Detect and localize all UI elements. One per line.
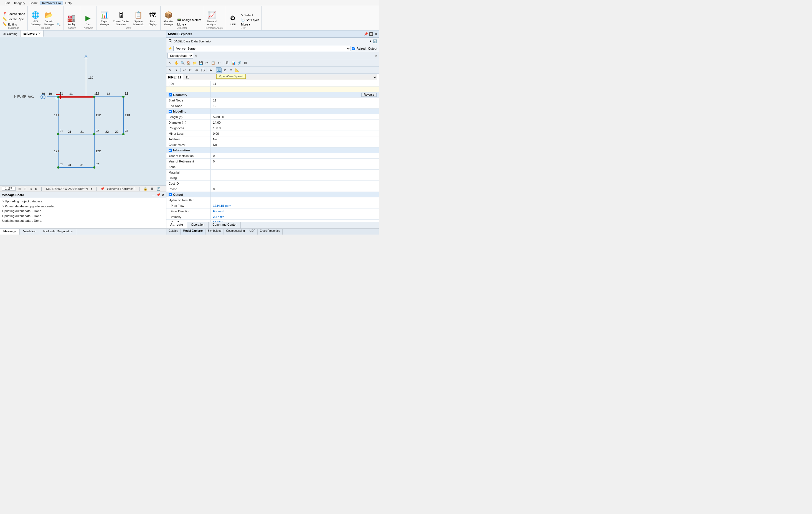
refresh-output-checkbox[interactable] <box>352 47 355 50</box>
minor-loss-input[interactable] <box>213 132 377 135</box>
description-input[interactable] <box>213 88 377 91</box>
me-pin-icon[interactable]: 📌 <box>364 32 368 36</box>
tool-chart[interactable]: 📊 <box>230 60 236 66</box>
bottom-panel-pin[interactable]: 📌 <box>156 193 161 197</box>
system-schematic-button[interactable]: 📋 SystemSchematic <box>132 10 145 27</box>
assign-meters-button[interactable]: 📟 Assign Meters <box>176 18 202 22</box>
more-udf-button[interactable]: More ▾ <box>240 23 260 27</box>
reverse-button[interactable]: Reverse <box>361 93 377 97</box>
tool-link[interactable]: ⛓ <box>224 60 230 66</box>
tool-copy[interactable]: 📋 <box>210 60 216 66</box>
scenario-refresh-icon[interactable]: 🔄 <box>373 39 377 43</box>
coordinates-display[interactable]: 136.1785020°W 25.9457895°N <box>46 187 88 190</box>
tool-misc1[interactable]: ⊘ <box>222 67 228 73</box>
bottom-panel-minimize[interactable]: — <box>152 193 155 197</box>
zoom-level[interactable]: 1:157 <box>2 187 16 191</box>
demand-analysis-button[interactable]: 📈 DemandAnalysis <box>206 10 218 27</box>
modeling-checkbox[interactable] <box>169 110 172 113</box>
me-restore-icon[interactable]: 🔲 <box>369 32 373 36</box>
coord-dropdown-icon[interactable]: ▾ <box>91 187 92 191</box>
report-manager-button[interactable]: 📊 ReportManager <box>98 10 111 27</box>
domain-search-button[interactable]: 🔍 <box>56 23 62 27</box>
menu-edit[interactable]: Edit <box>2 1 12 5</box>
roughness-input[interactable] <box>213 126 377 130</box>
prop-val-cost-id[interactable] <box>211 181 379 186</box>
map-area[interactable]: 110 11 11 12 12 21 21 22 22 31 <box>0 37 166 185</box>
right-panel-tab-model-explorer[interactable]: Model Explorer <box>180 229 205 235</box>
udf-button[interactable]: ⚙ UDF <box>227 13 239 27</box>
domain-manager-button[interactable]: 📂 DomainManager <box>43 10 55 27</box>
tool-arrow[interactable]: ↖ <box>168 67 173 73</box>
set-layer-button[interactable]: 📑 Set Layer <box>240 18 260 22</box>
length-input[interactable] <box>213 115 377 119</box>
tool-undo[interactable]: ↩ <box>216 60 222 66</box>
tool-misc3[interactable]: 📐 <box>234 67 240 73</box>
right-panel-tab-chart[interactable]: Chart Properties <box>258 229 283 235</box>
right-tab-operation[interactable]: Operation <box>187 222 208 229</box>
tool-pipe-wave[interactable]: 🌊 Pipe Wave Speed <box>216 67 222 73</box>
menu-imagery[interactable]: Imagery <box>12 1 27 5</box>
tab-layers[interactable]: 🗃 Layers ✕ <box>21 30 44 37</box>
tool-add[interactable]: ⊕ <box>194 67 199 73</box>
tool-grid[interactable]: ⊞ <box>243 60 248 66</box>
scenario-dropdown-icon[interactable]: ▾ <box>370 39 371 43</box>
facility-button[interactable]: 🏭 Facility <box>65 13 77 27</box>
menu-help[interactable]: Help <box>63 1 74 5</box>
prop-val-description[interactable] <box>211 87 379 92</box>
run-button[interactable]: ▶ Run <box>82 13 94 27</box>
cost-id-input[interactable] <box>213 182 377 185</box>
prop-val-minor-loss[interactable] <box>211 131 379 136</box>
tool-zoom-home[interactable]: 🏠 <box>186 60 191 66</box>
locate-pipe-button[interactable]: 📏 Locate Pipe <box>2 17 26 21</box>
editing-button[interactable]: ✏️ Editing <box>2 22 26 27</box>
me-close-icon[interactable]: ✕ <box>374 32 377 36</box>
tool-select[interactable]: ↖ <box>168 60 173 66</box>
prop-row-geometry-header[interactable]: Geometry Reverse <box>166 92 379 98</box>
allocation-manager-button[interactable]: 📦 AllocationManager <box>162 10 175 27</box>
tool-dropdown2[interactable]: ▾ <box>174 67 179 73</box>
prop-val-lining[interactable] <box>211 175 379 180</box>
prop-val-material[interactable] <box>211 170 379 175</box>
right-tab-command-center[interactable]: Command Center <box>208 222 241 229</box>
scroll-left-icon[interactable]: ◀ <box>195 54 197 57</box>
scroll-right-icon[interactable]: ▶ <box>376 54 378 57</box>
active-scenario-dropdown[interactable]: *Active*:Surge <box>173 46 351 51</box>
prop-val-zone[interactable] <box>211 164 379 170</box>
locate-node-button[interactable]: 📍 Locate Node <box>2 11 26 16</box>
gis-gateway-button[interactable]: 🌐 GISGateway <box>29 10 41 27</box>
select-button[interactable]: ↖ Select <box>240 13 260 17</box>
map-display-button[interactable]: 🗺 MapDisplay <box>146 10 158 27</box>
tool-pan[interactable]: ✋ <box>174 60 179 66</box>
tool-misc2[interactable]: ≡ <box>228 67 234 73</box>
layers-tab-close[interactable]: ✕ <box>38 32 40 35</box>
lining-input[interactable] <box>213 176 377 180</box>
material-input[interactable] <box>213 171 377 174</box>
tab-validation[interactable]: Validation <box>20 229 40 235</box>
pipe-id-select[interactable]: 11 <box>183 74 377 80</box>
tab-hydraulic-diagnostics[interactable]: Hydraulic Diagnostics <box>40 229 76 235</box>
right-tab-attribute[interactable]: Attribute <box>166 222 187 229</box>
prop-row-output-header[interactable]: Output <box>166 192 379 198</box>
tool-redo[interactable]: ⟳ <box>188 67 193 73</box>
control-center-button[interactable]: 🎛 Control CenterOverview <box>112 10 130 27</box>
bottom-panel-close[interactable]: ✕ <box>162 193 165 197</box>
menu-share[interactable]: Share <box>27 1 40 5</box>
diameter-input[interactable] <box>213 121 377 124</box>
zone-input[interactable] <box>213 165 377 169</box>
prop-row-modeling-header[interactable]: Modeling <box>166 109 379 114</box>
menu-infowaterpro[interactable]: InfoWater Pro <box>40 1 63 5</box>
prop-row-information-header[interactable]: Information <box>166 148 379 153</box>
tool-circle[interactable]: ◯ <box>200 67 205 73</box>
tool-undo2[interactable]: ↩ <box>182 67 187 73</box>
tool-cut[interactable]: ✂ <box>204 60 210 66</box>
tab-message[interactable]: Message <box>0 229 20 235</box>
right-panel-tab-udf[interactable]: UDF <box>247 229 258 235</box>
right-panel-tab-catalog[interactable]: Catalog <box>166 229 180 235</box>
prop-val-roughness[interactable] <box>211 125 379 130</box>
geometry-checkbox[interactable] <box>169 93 172 96</box>
more-allocator-button[interactable]: More ▾ <box>176 23 202 27</box>
information-checkbox[interactable] <box>169 149 172 152</box>
prop-val-length[interactable] <box>211 114 379 120</box>
prop-val-diameter[interactable] <box>211 120 379 125</box>
tab-catalog[interactable]: 🗂 Catalog <box>0 30 21 37</box>
